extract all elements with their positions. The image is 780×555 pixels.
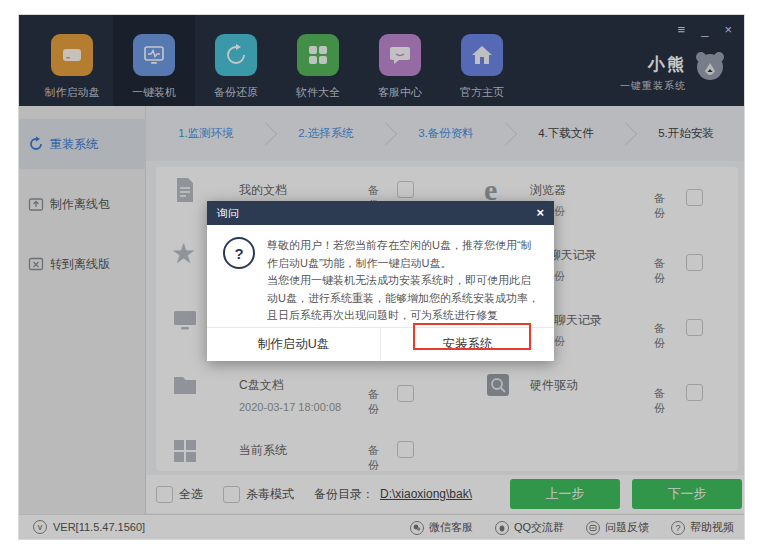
annotation-highlight-rect xyxy=(413,323,531,350)
dialog-message: 尊敬的用户！若您当前存在空闲的U盘，推荐您使用“制作启动U盘”功能，制作一键启动… xyxy=(267,237,540,325)
dialog-paragraph-2: 当您使用一键装机无法成功安装系统时，即可使用此启动U盘，进行系统重装，能够增加您… xyxy=(267,272,540,325)
dialog-body: ? 尊敬的用户！若您当前存在空闲的U盘，推荐您使用“制作启动U盘”功能，制作一键… xyxy=(207,225,554,325)
dialog-paragraph-1: 尊敬的用户！若您当前存在空闲的U盘，推荐您使用“制作启动U盘”功能，制作一键启动… xyxy=(267,237,540,272)
app-window: 制作启动盘 一键装机 备份还原 软件大全 xyxy=(18,14,745,540)
dialog-close-icon[interactable]: × xyxy=(536,207,544,219)
question-mark-icon: ? xyxy=(223,237,255,269)
make-boot-usb-button[interactable]: 制作启动U盘 xyxy=(207,328,380,361)
dialog-titlebar: 询问 × xyxy=(207,201,554,225)
dialog-title: 询问 xyxy=(217,206,239,221)
